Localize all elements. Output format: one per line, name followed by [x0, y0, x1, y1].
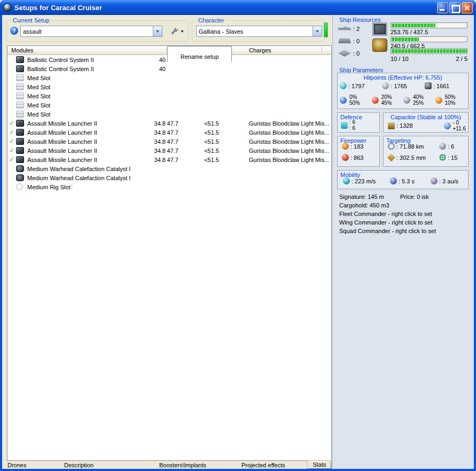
module-stat-2: 47.7 — [166, 129, 178, 136]
scan-resolution-icon — [387, 153, 396, 162]
sensor-strength: : 15 — [448, 155, 457, 161]
module-charge: Guristas Bloodclaw Light Mis... — [249, 120, 331, 127]
targeting-row-2: : 302.5 mm : 15 — [388, 154, 466, 161]
character-select-arrow-icon[interactable] — [313, 26, 322, 36]
capacitor-title: Capacitor (Stable at 100%) — [384, 113, 468, 120]
setup-select-arrow-icon[interactable] — [153, 26, 162, 36]
bottom-tab[interactable]: Stats — [308, 461, 331, 469]
module-icon — [16, 92, 26, 99]
module-rows: Ballistic Control System II 40 Ballistic… — [7, 55, 331, 460]
bottom-tab[interactable]: Projected effects — [241, 462, 285, 468]
help-icon[interactable]: ? — [10, 27, 18, 35]
module-row[interactable]: Medium Warhead Calefaction Catalyst I — [7, 164, 331, 173]
module-row[interactable]: Medium Warhead Calefaction Catalyst I — [7, 173, 331, 182]
shield-resist: 50% — [445, 94, 456, 100]
module-row[interactable]: Med Slot — [7, 110, 331, 119]
current-setup-label: Current Setup — [11, 17, 51, 24]
module-row[interactable]: ✓ Assault Missile Launcher II 34.8 47.7 … — [7, 137, 331, 146]
resistance-cell: 0% 50% — [340, 94, 372, 106]
module-icon — [16, 138, 26, 145]
fitted-check-icon: ✓ — [7, 156, 16, 163]
module-icon — [16, 174, 26, 181]
capacitor-values: : 1328 - 0 +11.6 — [388, 120, 466, 132]
module-row[interactable]: Medium Rig Slot — [7, 182, 331, 191]
window-title: Setups for Caracal Cruiser — [14, 4, 436, 12]
fleet-commander-text[interactable]: Fleet Commander - right click to set — [339, 211, 432, 217]
module-stat-2: 47.7 — [166, 138, 178, 145]
damage-type-icon — [340, 97, 347, 104]
resistances: 0% 50% 20% 45% — [340, 94, 467, 106]
chevron-down-icon — [181, 30, 184, 34]
module-name: Med Slot — [26, 93, 136, 99]
module-icon — [16, 83, 26, 90]
shield-resist: 40% — [413, 94, 424, 100]
price-text: Price: 0 isk — [400, 194, 429, 200]
hardpoint-row: : 0 — [338, 47, 371, 59]
module-name: Med Slot — [26, 84, 136, 90]
right-panel: Ship Resources : 2 : 0 : 0 — [332, 15, 474, 469]
module-row[interactable]: Med Slot — [7, 91, 331, 101]
minimize-button[interactable] — [437, 2, 448, 13]
module-name: Assault Missile Launcher II — [26, 157, 136, 163]
bottom-tab[interactable]: Drones — [7, 462, 26, 468]
module-icon — [16, 102, 26, 109]
module-icon — [16, 74, 26, 81]
module-icon — [16, 111, 26, 118]
module-row[interactable]: ✓ Assault Missile Launcher II 34.8 47.7 … — [7, 155, 331, 164]
calibration-value: 10 / 10 — [391, 56, 409, 62]
tab-rename-setup[interactable]: Rename setup — [167, 46, 232, 62]
agility-value: : 5.3 s — [399, 178, 415, 184]
module-icon — [16, 56, 26, 63]
wing-commander-text[interactable]: Wing Commander - right click to set — [339, 219, 432, 226]
wrench-icon — [170, 27, 178, 35]
column-header-charges[interactable]: Charges — [249, 47, 271, 53]
module-row[interactable]: ✓ Assault Missile Launcher II 34.8 47.7 … — [7, 128, 331, 137]
signature-text: Signature: 145 m — [339, 194, 384, 200]
header-separator — [166, 47, 167, 54]
hardpoint-row: : 0 — [338, 35, 371, 47]
hardpoint-count: : 0 — [353, 50, 360, 57]
hitpoints-title: Hitpoints (Effective HP: 6,755) — [338, 73, 468, 81]
module-row[interactable]: ✓ Assault Missile Launcher II 34.8 47.7 … — [7, 119, 331, 128]
close-button[interactable] — [462, 2, 473, 13]
module-icon — [16, 120, 26, 127]
damage-type-icon — [372, 97, 379, 104]
character-select[interactable]: Galliana - Slaves — [196, 26, 322, 37]
module-stat-1: 40 — [136, 66, 166, 72]
module-name: Ballistic Control System II — [26, 57, 136, 63]
module-name: Med Slot — [26, 102, 136, 109]
module-stat-1: 34.8 — [136, 138, 166, 145]
bottom-tab[interactable]: Boosters\Implants — [159, 462, 206, 468]
module-row[interactable]: Med Slot — [7, 73, 331, 82]
squad-commander-text[interactable]: Squad Commander - right click to set — [339, 228, 436, 234]
module-name: Medium Warhead Calefaction Catalyst I — [26, 175, 136, 181]
titlebar[interactable]: Setups for Caracal Cruiser — [0, 0, 476, 15]
module-charge: Guristas Bloodclaw Light Mis... — [249, 157, 331, 163]
capacitor-usage: - 0 — [452, 120, 466, 126]
capacitor-icon — [388, 122, 395, 129]
module-row[interactable]: Med Slot — [7, 101, 331, 110]
module-stat-3: <51.5 — [178, 129, 219, 136]
cpu-bar-fill — [392, 24, 435, 27]
module-name: Assault Missile Launcher II — [26, 138, 136, 145]
module-stat-2: 47.7 — [166, 120, 178, 127]
drone-bandwidth-value: 2 / 5 — [447, 56, 467, 62]
calibration-bar-fill — [392, 49, 467, 53]
module-row[interactable]: ✓ Assault Missile Launcher II 34.8 47.7 … — [7, 146, 331, 155]
module-charge: Guristas Bloodclaw Light Mis... — [249, 138, 331, 145]
bottom-tab[interactable]: Description — [64, 462, 93, 468]
shield-resist: 0% — [349, 94, 360, 100]
setup-select[interactable]: assault — [20, 26, 162, 37]
module-name: Medium Rig Slot — [26, 184, 136, 190]
cpu-icon — [372, 22, 387, 36]
module-row[interactable]: Med Slot — [7, 82, 331, 91]
speed-value: : 223 m/s — [352, 178, 376, 184]
module-list-panel: Modules Charges Rename setup Ballistic C… — [7, 45, 332, 461]
targeting-range-icon — [388, 143, 395, 150]
character-label: Character — [197, 17, 225, 24]
module-row[interactable]: Ballistic Control System II 40 — [7, 64, 331, 73]
column-header-modules[interactable]: Modules — [11, 47, 34, 53]
maximize-button[interactable] — [449, 2, 461, 13]
mobility-title: Mobility — [338, 171, 468, 178]
setup-tools-button[interactable] — [166, 26, 188, 37]
